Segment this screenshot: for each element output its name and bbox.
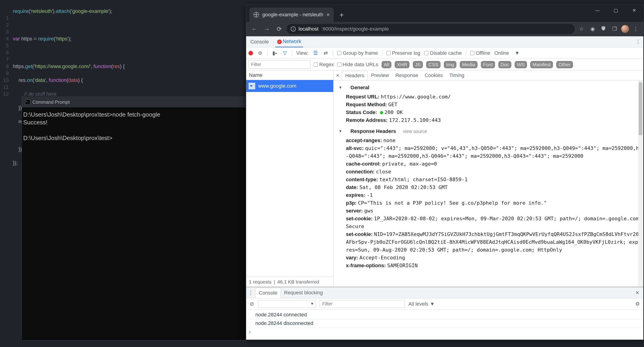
tab-console[interactable]: Console bbox=[248, 37, 271, 47]
filter-input[interactable] bbox=[248, 61, 310, 69]
drawer-tab-reqblock[interactable]: Request blocking bbox=[281, 288, 326, 297]
address-bar[interactable]: i localhost:9000/inspect/google-example bbox=[286, 24, 575, 34]
filter-type-media[interactable]: Media bbox=[460, 61, 477, 68]
console-filter-input[interactable] bbox=[320, 300, 405, 308]
filter-icon[interactable]: ▽ bbox=[282, 50, 288, 56]
close-detail-button[interactable]: × bbox=[334, 72, 342, 79]
devtools: Console ×Network ⋮ ⊘ ▮● ▽ View: ☰ ⇄ Grou… bbox=[246, 36, 643, 340]
document-icon bbox=[248, 83, 255, 90]
filter-type-doc[interactable]: Doc bbox=[498, 61, 512, 68]
view-label: View: bbox=[296, 50, 308, 56]
drawer-menu-icon[interactable]: ⋮ bbox=[246, 289, 255, 296]
filter-type-ws[interactable]: WS bbox=[514, 61, 527, 68]
filter-type-manifest[interactable]: Manifest bbox=[530, 61, 553, 68]
filter-type-js[interactable]: JS bbox=[413, 61, 423, 68]
headers-body[interactable]: ▼General Request URL: https://www.google… bbox=[334, 81, 643, 287]
filter-type-font[interactable]: Font bbox=[481, 61, 495, 68]
console-message[interactable]: node.28244 connected bbox=[246, 311, 643, 319]
menu-icon[interactable]: ⋮ bbox=[631, 25, 640, 33]
clear-console-button[interactable]: ⊘ bbox=[249, 301, 255, 307]
filter-type-other[interactable]: Other bbox=[556, 61, 573, 68]
scrollbar[interactable] bbox=[638, 81, 643, 287]
maximize-button[interactable]: ▢ bbox=[606, 4, 625, 16]
tab-headers[interactable]: Headers bbox=[342, 71, 368, 80]
reload-button[interactable]: ⟳ bbox=[274, 24, 284, 34]
back-button[interactable]: ← bbox=[249, 24, 260, 34]
filter-type-xhr[interactable]: XHR bbox=[395, 61, 409, 68]
forward-button[interactable]: → bbox=[262, 24, 272, 34]
status-dot-icon bbox=[380, 111, 383, 114]
console-drawer: ⋮ Console Request blocking × ⊘ All level… bbox=[246, 287, 643, 340]
filter-type-img[interactable]: Img bbox=[444, 61, 456, 68]
request-row[interactable]: www.google.com bbox=[246, 80, 333, 92]
url-host: localhost bbox=[298, 26, 318, 32]
browser-window: google-example - netsleuth × + — ▢ ✕ ← →… bbox=[246, 4, 644, 340]
terminal-body[interactable]: D:\Users\Josh\Desktop\prox\test>node fet… bbox=[22, 107, 246, 145]
address-row: ← → ⟳ i localhost:9000/inspect/google-ex… bbox=[246, 22, 643, 36]
window-controls: — ▢ ✕ bbox=[588, 4, 643, 16]
response-headers-section[interactable]: ▼Response Headersview source bbox=[336, 127, 643, 135]
code-editor: 123456789101112 require('netsleuth').att… bbox=[0, 0, 246, 94]
code-body[interactable]: require('netsleuth').attach('google-exam… bbox=[13, 0, 246, 94]
drawer-tab-console[interactable]: Console bbox=[255, 288, 281, 298]
globe-icon bbox=[254, 12, 259, 18]
preserve-log-checkbox[interactable]: Preserve log bbox=[386, 50, 420, 56]
name-column-header[interactable]: Name bbox=[246, 70, 333, 80]
url-rest: :9000/inspect/google-example bbox=[321, 26, 389, 32]
star-icon[interactable]: ☆ bbox=[577, 25, 586, 33]
terminal-window: Command Prompt D:\Users\Josh\Desktop\pro… bbox=[22, 97, 246, 340]
tab-network[interactable]: ×Network bbox=[275, 36, 303, 47]
drawer-close-button[interactable]: × bbox=[631, 289, 643, 296]
throttle-select[interactable]: Online ▼ bbox=[494, 50, 520, 56]
general-section[interactable]: ▼General bbox=[336, 84, 643, 92]
error-icon: × bbox=[277, 40, 282, 44]
group-by-frame-checkbox[interactable]: Group by frame bbox=[337, 50, 378, 56]
tab-close-icon[interactable]: × bbox=[326, 12, 330, 18]
context-select[interactable] bbox=[258, 300, 316, 308]
filter-toolbar: Regex Hide data URLs All XHR JS CSS Img … bbox=[246, 59, 643, 70]
network-toolbar: ⊘ ▮● ▽ View: ☰ ⇄ Group by frame Preserve… bbox=[246, 47, 643, 59]
tab-timing[interactable]: Timing bbox=[446, 71, 468, 80]
browser-tab[interactable]: google-example - netsleuth × bbox=[249, 8, 334, 22]
view-source-link[interactable]: view source bbox=[403, 127, 427, 135]
console-message[interactable]: node.28244 disconnected bbox=[246, 319, 643, 328]
terminal-title: Command Prompt bbox=[32, 100, 70, 105]
profile-avatar[interactable] bbox=[621, 25, 629, 33]
close-button[interactable]: ✕ bbox=[625, 4, 643, 16]
site-info-icon[interactable]: i bbox=[291, 27, 296, 32]
new-tab-button[interactable]: + bbox=[337, 10, 346, 20]
offline-checkbox[interactable]: Offline bbox=[470, 50, 490, 56]
gutter: 123456789101112 bbox=[0, 0, 13, 94]
tab-response[interactable]: Response bbox=[392, 71, 421, 80]
filter-type-all[interactable]: All bbox=[382, 61, 392, 68]
camera-icon[interactable]: ▮● bbox=[272, 50, 278, 56]
view-list-icon[interactable]: ☰ bbox=[312, 50, 318, 56]
request-list: Name www.google.com 1 requests | 46.1 KB… bbox=[246, 70, 334, 287]
request-detail: × Headers Preview Response Cookies Timin… bbox=[334, 70, 643, 287]
extension-icon-1[interactable]: ◉ bbox=[588, 25, 597, 33]
log-levels-select[interactable]: All levels ▼ bbox=[408, 301, 435, 307]
extension-icon-3[interactable]: ❐ bbox=[610, 25, 619, 33]
filter-type-css[interactable]: CSS bbox=[426, 61, 440, 68]
regex-checkbox[interactable]: Regex bbox=[314, 62, 334, 68]
hide-data-urls-checkbox[interactable]: Hide data URLs bbox=[337, 62, 378, 68]
drawer-tabs: ⋮ Console Request blocking × bbox=[246, 287, 643, 298]
minimize-button[interactable]: — bbox=[588, 4, 606, 16]
tab-cookies[interactable]: Cookies bbox=[421, 71, 446, 80]
devtools-menu-icon[interactable]: ⋮ bbox=[635, 39, 641, 45]
clear-button[interactable]: ⊘ bbox=[257, 50, 263, 56]
console-settings-icon[interactable]: ⚙ bbox=[634, 301, 640, 307]
record-button[interactable] bbox=[248, 51, 253, 56]
devtools-tabs: Console ×Network ⋮ bbox=[246, 36, 643, 47]
network-body: Name www.google.com 1 requests | 46.1 KB… bbox=[246, 70, 643, 287]
disable-cache-checkbox[interactable]: Disable cache bbox=[424, 50, 462, 56]
terminal-titlebar[interactable]: Command Prompt bbox=[22, 97, 246, 107]
browser-titlebar: google-example - netsleuth × + — ▢ ✕ bbox=[246, 4, 643, 22]
view-waterfall-icon[interactable]: ⇄ bbox=[323, 50, 329, 56]
tab-title: google-example - netsleuth bbox=[262, 12, 323, 18]
tab-preview[interactable]: Preview bbox=[368, 71, 392, 80]
network-status: 1 requests | 46.1 KB transferred bbox=[246, 277, 333, 287]
console-prompt[interactable]: › bbox=[246, 328, 643, 336]
console-messages: node.28244 connected node.28244 disconne… bbox=[246, 310, 643, 340]
extension-icon-2[interactable]: ⛊ bbox=[599, 25, 608, 33]
